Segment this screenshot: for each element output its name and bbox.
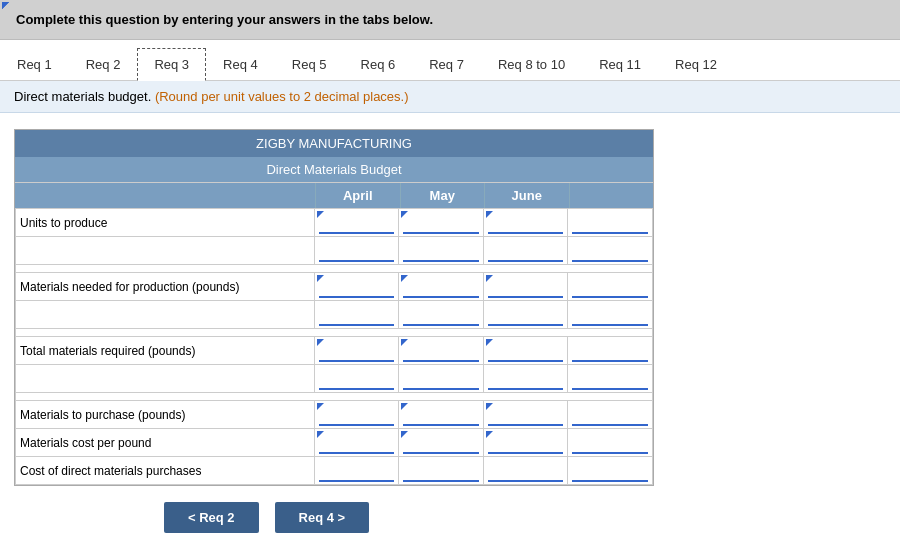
input-a2[interactable] xyxy=(319,304,395,326)
input-june-mat[interactable] xyxy=(488,276,564,298)
input-cell-m2[interactable] xyxy=(399,301,484,329)
table-row xyxy=(16,301,653,329)
input-cell-may-tot[interactable] xyxy=(399,337,484,365)
input-cell-j2[interactable] xyxy=(483,301,568,329)
table-row: Materials needed for production (pounds) xyxy=(16,273,653,301)
input-total-tot[interactable] xyxy=(572,340,648,362)
input-may-tot[interactable] xyxy=(403,340,479,362)
input-total-purch[interactable] xyxy=(572,404,648,426)
input-cell-a1[interactable] xyxy=(314,237,399,265)
input-cell-april-units[interactable] xyxy=(314,209,399,237)
input-cell-t1[interactable] xyxy=(568,237,653,265)
tab-req2[interactable]: Req 2 xyxy=(69,48,138,81)
input-april-units[interactable] xyxy=(319,212,395,234)
col-header-april: April xyxy=(315,183,400,208)
label-empty3 xyxy=(16,365,315,393)
input-cell-may-mat[interactable] xyxy=(399,273,484,301)
input-cell-t3[interactable] xyxy=(568,365,653,393)
input-cell-april-cdmp[interactable] xyxy=(314,457,399,485)
input-cell-total-tot[interactable] xyxy=(568,337,653,365)
input-cell-total-units[interactable] xyxy=(568,209,653,237)
input-cell-total-mat[interactable] xyxy=(568,273,653,301)
input-t1[interactable] xyxy=(572,240,648,262)
tab-req3[interactable]: Req 3 xyxy=(137,48,206,81)
input-a3[interactable] xyxy=(319,368,395,390)
input-cell-april-cpp[interactable] xyxy=(314,429,399,457)
input-cell-m3[interactable] xyxy=(399,365,484,393)
tab-req6[interactable]: Req 6 xyxy=(344,48,413,81)
input-cell-t2[interactable] xyxy=(568,301,653,329)
input-cell-june-cdmp[interactable] xyxy=(483,457,568,485)
next-button[interactable]: Req 4 > xyxy=(275,502,370,533)
label-empty2 xyxy=(16,301,315,329)
table-row: Materials cost per pound xyxy=(16,429,653,457)
tab-req4[interactable]: Req 4 xyxy=(206,48,275,81)
tab-req5[interactable]: Req 5 xyxy=(275,48,344,81)
tab-req1[interactable]: Req 1 xyxy=(0,48,69,81)
input-cell-june-units[interactable] xyxy=(483,209,568,237)
spacer-row xyxy=(16,393,653,401)
tab-req8to10[interactable]: Req 8 to 10 xyxy=(481,48,582,81)
input-may-cdmp[interactable] xyxy=(403,460,479,482)
input-total-cpp[interactable] xyxy=(572,432,648,454)
input-j3[interactable] xyxy=(488,368,564,390)
tab-req11[interactable]: Req 11 xyxy=(582,48,658,81)
input-j2[interactable] xyxy=(488,304,564,326)
col-headers: April May June xyxy=(15,182,653,208)
input-cell-may-units[interactable] xyxy=(399,209,484,237)
input-cell-april-mat[interactable] xyxy=(314,273,399,301)
col-header-june: June xyxy=(484,183,569,208)
input-cell-m1[interactable] xyxy=(399,237,484,265)
input-cell-j3[interactable] xyxy=(483,365,568,393)
input-total-mat[interactable] xyxy=(572,276,648,298)
input-total-units[interactable] xyxy=(572,212,648,234)
input-cell-may-purch[interactable] xyxy=(399,401,484,429)
input-may-units[interactable] xyxy=(403,212,479,234)
input-april-tot[interactable] xyxy=(319,340,395,362)
input-m1[interactable] xyxy=(403,240,479,262)
input-j1[interactable] xyxy=(488,240,564,262)
input-cell-a2[interactable] xyxy=(314,301,399,329)
input-cell-june-purch[interactable] xyxy=(483,401,568,429)
input-total-cdmp[interactable] xyxy=(572,460,648,482)
input-may-purch[interactable] xyxy=(403,404,479,426)
input-m3[interactable] xyxy=(403,368,479,390)
input-cell-may-cdmp[interactable] xyxy=(399,457,484,485)
input-june-purch[interactable] xyxy=(488,404,564,426)
input-april-cdmp[interactable] xyxy=(319,460,395,482)
prev-button[interactable]: < Req 2 xyxy=(164,502,259,533)
table-row: Materials to purchase (pounds) xyxy=(16,401,653,429)
input-cell-j1[interactable] xyxy=(483,237,568,265)
input-may-cpp[interactable] xyxy=(403,432,479,454)
input-cell-june-mat[interactable] xyxy=(483,273,568,301)
input-t3[interactable] xyxy=(572,368,648,390)
input-t2[interactable] xyxy=(572,304,648,326)
input-june-cdmp[interactable] xyxy=(488,460,564,482)
input-june-cpp[interactable] xyxy=(488,432,564,454)
tab-req7[interactable]: Req 7 xyxy=(412,48,481,81)
input-cell-april-purch[interactable] xyxy=(314,401,399,429)
input-cell-may-cpp[interactable] xyxy=(399,429,484,457)
input-april-purch[interactable] xyxy=(319,404,395,426)
input-cell-total-cpp[interactable] xyxy=(568,429,653,457)
input-cell-june-cpp[interactable] xyxy=(483,429,568,457)
label-cost-per-pound: Materials cost per pound xyxy=(16,429,315,457)
input-cell-total-purch[interactable] xyxy=(568,401,653,429)
input-a1[interactable] xyxy=(319,240,395,262)
table-row: Cost of direct materials purchases xyxy=(16,457,653,485)
input-cell-june-tot[interactable] xyxy=(483,337,568,365)
input-cell-a3[interactable] xyxy=(314,365,399,393)
input-april-mat[interactable] xyxy=(319,276,395,298)
input-may-mat[interactable] xyxy=(403,276,479,298)
table-row xyxy=(16,237,653,265)
input-june-units[interactable] xyxy=(488,212,564,234)
input-june-tot[interactable] xyxy=(488,340,564,362)
input-april-cpp[interactable] xyxy=(319,432,395,454)
label-total-materials: Total materials required (pounds) xyxy=(16,337,315,365)
input-cell-total-cdmp[interactable] xyxy=(568,457,653,485)
input-cell-april-tot[interactable] xyxy=(314,337,399,365)
table-subtitle: Direct Materials Budget xyxy=(15,157,653,182)
input-m2[interactable] xyxy=(403,304,479,326)
label-materials-needed: Materials needed for production (pounds) xyxy=(16,273,315,301)
tab-req12[interactable]: Req 12 xyxy=(658,48,734,81)
